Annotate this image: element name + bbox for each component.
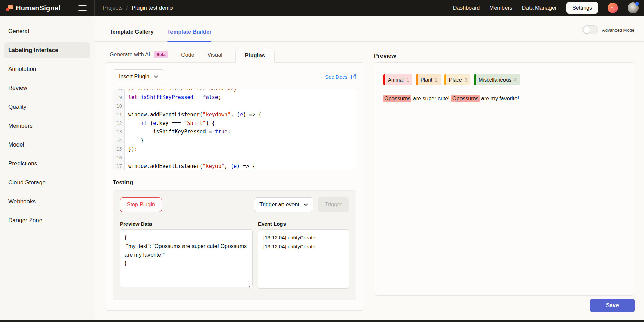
nav-link-members[interactable]: Members <box>489 5 512 11</box>
code-token-string: "keyup" <box>203 163 224 169</box>
breadcrumb: Projects / Plugin test demo <box>103 5 173 11</box>
tab-template-gallery[interactable]: Template Gallery <box>110 29 154 41</box>
sidebar-item-webhooks[interactable]: Webhooks <box>4 194 90 210</box>
chevron-down-icon <box>304 203 308 206</box>
breadcrumb-projects[interactable]: Projects <box>103 5 123 11</box>
brand-name: HumanSignal <box>16 4 60 12</box>
advanced-mode-toggle[interactable] <box>582 25 598 34</box>
code-token-plain: }); <box>128 146 137 152</box>
stop-plugin-button[interactable]: Stop Plugin <box>120 197 162 212</box>
preview-text: Opossums are super cute! Opossums are my… <box>383 94 626 103</box>
code-line: 10 <box>113 102 356 110</box>
code-line: 8// Track the state of the Shift key <box>113 89 356 93</box>
line-number: 15 <box>113 145 125 153</box>
highlighted-region[interactable]: Opossums <box>451 95 479 102</box>
code-token-plain: , ( <box>224 163 234 169</box>
preview-data-label: Preview Data <box>120 221 253 227</box>
nav-link-data-manager[interactable]: Data Manager <box>522 5 557 11</box>
code-token-def: e <box>240 111 243 118</box>
testing-io-row: Preview Data { "my_text": "Opossums are … <box>120 221 349 289</box>
plugin-code-editor[interactable]: 8// Track the state of the Shift key9let… <box>113 89 356 170</box>
plugin-builder-column: Generate with AIBetaCodeVisualPlugins In… <box>105 50 364 320</box>
code-content: } <box>125 136 144 145</box>
label-chip-plant[interactable]: Plant2 <box>416 74 441 85</box>
code-token-keyword: if <box>141 120 147 126</box>
code-token-plain: .key === <box>156 120 184 126</box>
tab-code[interactable]: Code <box>181 52 194 62</box>
tab-visual[interactable]: Visual <box>208 52 222 62</box>
code-content: let isShiftKeyPressed = false; <box>125 93 221 102</box>
settings-button[interactable]: Settings <box>566 2 598 14</box>
toggle-knob <box>583 26 590 33</box>
advanced-mode-label: Advanced Mode <box>602 28 634 33</box>
sidebar-item-predictions[interactable]: Predictions <box>4 156 90 172</box>
testing-section-title: Testing <box>113 179 356 186</box>
sidebar-item-members[interactable]: Members <box>4 118 90 134</box>
code-token-plain: isShiftKeyPressed = <box>128 129 215 135</box>
sidebar-item-cloud-storage[interactable]: Cloud Storage <box>4 175 90 191</box>
label-chip-miscellaneous[interactable]: Miscellaneous4 <box>474 74 520 85</box>
text-segment: are my favorite! <box>480 96 519 101</box>
nav-link-dashboard[interactable]: Dashboard <box>453 5 480 11</box>
hamburger-menu-icon[interactable] <box>78 5 87 11</box>
trigger-event-dropdown[interactable]: Trigger an event <box>254 197 313 212</box>
shell: GeneralLabeling InterfaceAnnotationRevie… <box>0 16 644 320</box>
breadcrumb-page-title: Plugin test demo <box>132 5 173 11</box>
code-token-atom: false <box>203 94 218 100</box>
label-chip-text: Place <box>446 74 465 85</box>
event-log-entry: [13:12:04] entityCreate <box>263 233 344 242</box>
notification-dot <box>635 2 639 6</box>
code-line: 9let isShiftKeyPressed = false; <box>113 93 356 102</box>
tab-generate-with-ai[interactable]: Generate with AIBeta <box>110 51 168 62</box>
code-token-string: "keydown" <box>203 111 231 118</box>
plugins-panel: Insert Plugin See Docs <box>105 62 364 311</box>
main-tabs-row: Template GalleryTemplate Builder Advance… <box>95 16 644 42</box>
code-content <box>125 153 128 162</box>
line-number: 16 <box>113 153 125 162</box>
external-link-icon <box>351 74 356 80</box>
code-content: isShiftKeyPressed = true; <box>125 128 231 136</box>
code-scroll-area: 8// Track the state of the Shift key9let… <box>113 89 356 170</box>
sidebar-item-model[interactable]: Model <box>4 137 90 153</box>
brand[interactable]: HumanSignal <box>6 4 60 12</box>
see-docs-link[interactable]: See Docs <box>325 74 356 80</box>
topbar-nav: DashboardMembersData Manager <box>453 5 557 11</box>
line-number: 17 <box>113 162 125 170</box>
tab-template-builder[interactable]: Template Builder <box>167 29 212 41</box>
sidebar-item-review[interactable]: Review <box>4 80 90 96</box>
label-chip-text: Miscellaneous <box>476 74 514 85</box>
tab-label: Code <box>181 52 194 58</box>
sidebar-item-general[interactable]: General <box>4 23 90 39</box>
code-token-plain: ; <box>227 129 231 135</box>
sidebar-item-danger-zone[interactable]: Danger Zone <box>4 213 90 228</box>
label-chip-hotkey: 4 <box>514 74 520 85</box>
line-number: 13 <box>113 128 125 136</box>
trigger-event-label: Trigger an event <box>259 202 299 208</box>
label-chip-animal[interactable]: Animal1 <box>383 74 412 85</box>
breadcrumb-separator: / <box>126 5 128 11</box>
save-button[interactable]: Save <box>590 299 635 312</box>
code-token-plain: ) { <box>206 120 215 126</box>
see-docs-label: See Docs <box>325 74 347 80</box>
sidebar-item-quality[interactable]: Quality <box>4 99 90 115</box>
sidebar-item-labeling-interface[interactable]: Labeling Interface <box>4 42 90 58</box>
window-bottom-edge <box>0 320 644 322</box>
insert-plugin-dropdown[interactable]: Insert Plugin <box>113 69 164 84</box>
insert-plugin-label: Insert Plugin <box>119 74 149 80</box>
code-token-plain: } <box>128 137 144 143</box>
code-content: if (e.key === "Shift") { <box>125 119 215 128</box>
code-content: window.addEventListener("keydown", (e) =… <box>125 110 262 119</box>
code-content: window.addEventListener("keyup", (e) => … <box>125 162 255 170</box>
trigger-button[interactable]: Trigger <box>318 197 349 212</box>
label-chip-place[interactable]: Place3 <box>444 74 470 85</box>
sidebar-item-annotation[interactable]: Annotation <box>4 61 90 77</box>
user-avatar[interactable] <box>628 2 639 13</box>
code-token-plain: ; <box>218 94 221 100</box>
ai-assistant-button[interactable] <box>608 3 618 13</box>
event-logs-box: [13:12:04] entityCreate[13:12:04] entity… <box>258 229 349 289</box>
highlighted-region[interactable]: Opossums <box>383 95 411 102</box>
event-logs-label: Event Logs <box>258 221 349 227</box>
preview-data-textarea[interactable]: { "my_text": "Opossums are super cute! O… <box>120 229 253 287</box>
save-row: Save <box>374 299 635 312</box>
tab-plugins[interactable]: Plugins <box>235 49 275 63</box>
